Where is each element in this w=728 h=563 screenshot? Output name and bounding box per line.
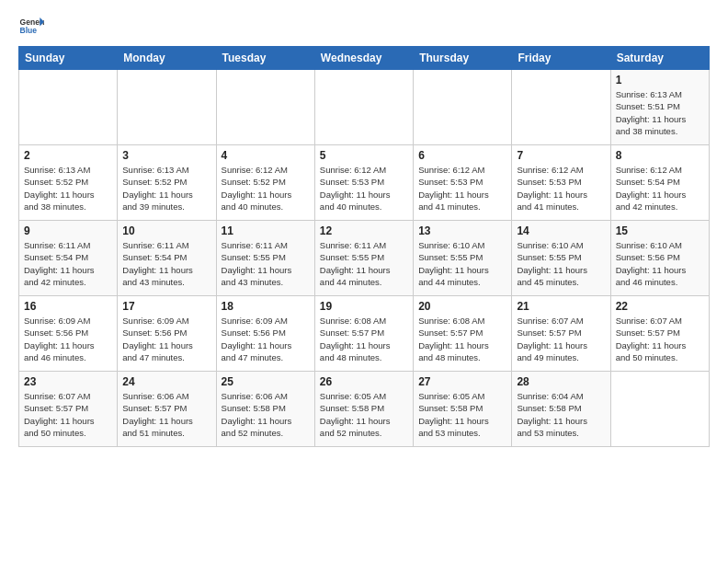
day-number: 24 <box>122 375 210 388</box>
calendar-cell <box>414 70 512 145</box>
calendar-cell: 16Sunrise: 6:09 AM Sunset: 5:56 PM Dayli… <box>19 296 118 372</box>
day-number: 12 <box>320 224 408 237</box>
calendar-cell <box>314 70 413 145</box>
calendar-cell: 10Sunrise: 6:11 AM Sunset: 5:54 PM Dayli… <box>118 221 216 296</box>
calendar-cell: 13Sunrise: 6:10 AM Sunset: 5:55 PM Dayli… <box>414 221 512 296</box>
weekday-header-tuesday: Tuesday <box>216 47 314 70</box>
calendar-cell: 1Sunrise: 6:13 AM Sunset: 5:51 PM Daylig… <box>610 70 709 145</box>
week-row-0: 1Sunrise: 6:13 AM Sunset: 5:51 PM Daylig… <box>19 70 710 145</box>
day-info: Sunrise: 6:13 AM Sunset: 5:51 PM Dayligh… <box>616 88 704 137</box>
calendar-cell: 19Sunrise: 6:08 AM Sunset: 5:57 PM Dayli… <box>314 296 413 372</box>
day-info: Sunrise: 6:12 AM Sunset: 5:53 PM Dayligh… <box>517 164 605 213</box>
day-info: Sunrise: 6:07 AM Sunset: 5:57 PM Dayligh… <box>24 390 112 439</box>
header: General Blue <box>18 15 710 40</box>
day-number: 19 <box>320 300 408 313</box>
day-number: 18 <box>222 300 310 313</box>
calendar-cell <box>610 372 709 447</box>
calendar-cell <box>19 70 118 145</box>
logo-icon: General Blue <box>18 15 44 40</box>
calendar-cell: 3Sunrise: 6:13 AM Sunset: 5:52 PM Daylig… <box>118 145 216 221</box>
calendar-cell: 15Sunrise: 6:10 AM Sunset: 5:56 PM Dayli… <box>610 221 709 296</box>
day-info: Sunrise: 6:07 AM Sunset: 5:57 PM Dayligh… <box>517 315 605 363</box>
calendar-cell: 9Sunrise: 6:11 AM Sunset: 5:54 PM Daylig… <box>19 221 118 296</box>
day-info: Sunrise: 6:11 AM Sunset: 5:54 PM Dayligh… <box>24 239 112 288</box>
weekday-header-friday: Friday <box>512 47 610 70</box>
day-info: Sunrise: 6:12 AM Sunset: 5:53 PM Dayligh… <box>320 164 408 213</box>
calendar-cell: 24Sunrise: 6:06 AM Sunset: 5:57 PM Dayli… <box>118 372 216 447</box>
week-row-1: 2Sunrise: 6:13 AM Sunset: 5:52 PM Daylig… <box>19 145 710 221</box>
calendar-cell: 26Sunrise: 6:05 AM Sunset: 5:58 PM Dayli… <box>314 372 413 447</box>
calendar-cell: 4Sunrise: 6:12 AM Sunset: 5:52 PM Daylig… <box>216 145 314 221</box>
day-number: 14 <box>517 224 605 237</box>
logo-area: General Blue <box>18 15 48 40</box>
day-number: 21 <box>517 300 605 313</box>
day-info: Sunrise: 6:06 AM Sunset: 5:57 PM Dayligh… <box>122 390 210 439</box>
day-number: 2 <box>24 149 112 162</box>
day-info: Sunrise: 6:11 AM Sunset: 5:54 PM Dayligh… <box>122 239 210 288</box>
calendar-page: General Blue SundayMondayTuesdayWednesda… <box>0 0 728 563</box>
day-info: Sunrise: 6:11 AM Sunset: 5:55 PM Dayligh… <box>320 239 408 288</box>
calendar-cell <box>512 70 610 145</box>
weekday-header-sunday: Sunday <box>19 47 118 70</box>
day-number: 10 <box>122 224 210 237</box>
day-info: Sunrise: 6:05 AM Sunset: 5:58 PM Dayligh… <box>418 390 506 439</box>
calendar-cell: 6Sunrise: 6:12 AM Sunset: 5:53 PM Daylig… <box>414 145 512 221</box>
calendar-cell: 5Sunrise: 6:12 AM Sunset: 5:53 PM Daylig… <box>314 145 413 221</box>
weekday-header-monday: Monday <box>118 47 216 70</box>
calendar-cell: 18Sunrise: 6:09 AM Sunset: 5:56 PM Dayli… <box>216 296 314 372</box>
day-number: 4 <box>222 149 310 162</box>
day-number: 26 <box>320 375 408 388</box>
calendar-cell: 28Sunrise: 6:04 AM Sunset: 5:58 PM Dayli… <box>512 372 610 447</box>
day-number: 23 <box>24 375 112 388</box>
day-info: Sunrise: 6:08 AM Sunset: 5:57 PM Dayligh… <box>418 315 506 363</box>
calendar-cell: 8Sunrise: 6:12 AM Sunset: 5:54 PM Daylig… <box>610 145 709 221</box>
calendar-table: SundayMondayTuesdayWednesdayThursdayFrid… <box>18 46 710 447</box>
calendar-cell: 23Sunrise: 6:07 AM Sunset: 5:57 PM Dayli… <box>19 372 118 447</box>
day-info: Sunrise: 6:10 AM Sunset: 5:56 PM Dayligh… <box>616 239 704 288</box>
day-info: Sunrise: 6:09 AM Sunset: 5:56 PM Dayligh… <box>24 315 112 363</box>
calendar-cell <box>118 70 216 145</box>
day-info: Sunrise: 6:13 AM Sunset: 5:52 PM Dayligh… <box>24 164 112 213</box>
day-number: 11 <box>222 224 310 237</box>
calendar-cell: 20Sunrise: 6:08 AM Sunset: 5:57 PM Dayli… <box>414 296 512 372</box>
day-info: Sunrise: 6:12 AM Sunset: 5:53 PM Dayligh… <box>418 164 506 213</box>
calendar-cell: 27Sunrise: 6:05 AM Sunset: 5:58 PM Dayli… <box>414 372 512 447</box>
day-info: Sunrise: 6:12 AM Sunset: 5:54 PM Dayligh… <box>616 164 704 213</box>
weekday-header-wednesday: Wednesday <box>314 47 413 70</box>
day-number: 20 <box>418 300 506 313</box>
day-info: Sunrise: 6:10 AM Sunset: 5:55 PM Dayligh… <box>418 239 506 288</box>
calendar-cell: 14Sunrise: 6:10 AM Sunset: 5:55 PM Dayli… <box>512 221 610 296</box>
calendar-cell: 25Sunrise: 6:06 AM Sunset: 5:58 PM Dayli… <box>216 372 314 447</box>
day-info: Sunrise: 6:05 AM Sunset: 5:58 PM Dayligh… <box>320 390 408 439</box>
day-info: Sunrise: 6:12 AM Sunset: 5:52 PM Dayligh… <box>222 164 310 213</box>
svg-text:Blue: Blue <box>20 26 38 35</box>
week-row-2: 9Sunrise: 6:11 AM Sunset: 5:54 PM Daylig… <box>19 221 710 296</box>
day-info: Sunrise: 6:08 AM Sunset: 5:57 PM Dayligh… <box>320 315 408 363</box>
day-number: 17 <box>122 300 210 313</box>
day-number: 3 <box>122 149 210 162</box>
week-row-4: 23Sunrise: 6:07 AM Sunset: 5:57 PM Dayli… <box>19 372 710 447</box>
calendar-cell: 7Sunrise: 6:12 AM Sunset: 5:53 PM Daylig… <box>512 145 610 221</box>
day-info: Sunrise: 6:07 AM Sunset: 5:57 PM Dayligh… <box>616 315 704 363</box>
day-info: Sunrise: 6:11 AM Sunset: 5:55 PM Dayligh… <box>222 239 310 288</box>
calendar-cell: 22Sunrise: 6:07 AM Sunset: 5:57 PM Dayli… <box>610 296 709 372</box>
weekday-header-saturday: Saturday <box>610 47 709 70</box>
weekday-header-thursday: Thursday <box>414 47 512 70</box>
calendar-header: SundayMondayTuesdayWednesdayThursdayFrid… <box>19 47 710 70</box>
day-number: 13 <box>418 224 506 237</box>
day-info: Sunrise: 6:10 AM Sunset: 5:55 PM Dayligh… <box>517 239 605 288</box>
calendar-cell <box>216 70 314 145</box>
day-number: 15 <box>616 224 704 237</box>
day-number: 25 <box>222 375 310 388</box>
day-number: 8 <box>616 149 704 162</box>
day-number: 1 <box>616 74 704 86</box>
day-info: Sunrise: 6:04 AM Sunset: 5:58 PM Dayligh… <box>517 390 605 439</box>
calendar-cell: 17Sunrise: 6:09 AM Sunset: 5:56 PM Dayli… <box>118 296 216 372</box>
day-number: 22 <box>616 300 704 313</box>
weekday-header-row: SundayMondayTuesdayWednesdayThursdayFrid… <box>19 47 710 70</box>
day-number: 27 <box>418 375 506 388</box>
calendar-cell: 2Sunrise: 6:13 AM Sunset: 5:52 PM Daylig… <box>19 145 118 221</box>
day-info: Sunrise: 6:06 AM Sunset: 5:58 PM Dayligh… <box>222 390 310 439</box>
calendar-cell: 11Sunrise: 6:11 AM Sunset: 5:55 PM Dayli… <box>216 221 314 296</box>
week-row-3: 16Sunrise: 6:09 AM Sunset: 5:56 PM Dayli… <box>19 296 710 372</box>
